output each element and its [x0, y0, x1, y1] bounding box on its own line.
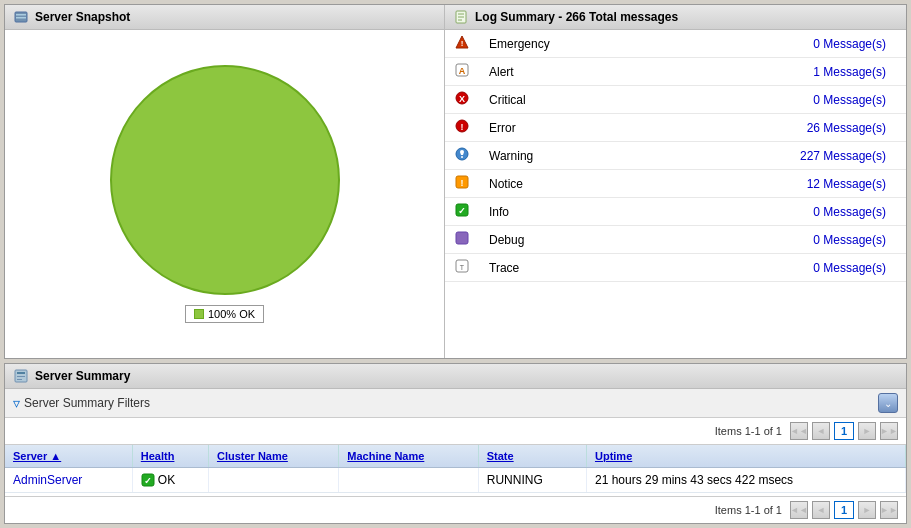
svg-text:!: ! [461, 178, 464, 188]
pie-legend: 100% OK [185, 305, 264, 323]
server-summary-content: ▿ Server Summary Filters ⌄ Items 1-1 of … [5, 389, 906, 523]
page-first-btn-bottom[interactable]: ◄◄ [790, 501, 808, 519]
svg-text:X: X [459, 94, 465, 104]
cell-uptime: 21 hours 29 mins 43 secs 422 msecs [586, 468, 905, 493]
snapshot-content: 100% OK [5, 30, 444, 358]
page-prev-btn-bottom[interactable]: ◄ [812, 501, 830, 519]
table-row: AdminServer ✓ OK RUNNING 21 hours 29 min… [5, 468, 906, 493]
log-table: ! Emergency 0 Message(s) A Alert 1 Messa… [445, 30, 906, 282]
server-link[interactable]: AdminServer [13, 473, 82, 487]
log-row: Debug 0 Message(s) [445, 226, 906, 254]
svg-text:A: A [459, 66, 466, 76]
col-uptime: Uptime [586, 445, 905, 468]
svg-rect-27 [17, 379, 22, 380]
svg-rect-26 [17, 376, 25, 377]
log-row: ! Error 26 Message(s) [445, 114, 906, 142]
filters-left: ▿ Server Summary Filters [13, 395, 150, 411]
svg-rect-2 [16, 17, 26, 19]
top-panel: Server Snapshot 100% OK [4, 4, 907, 359]
log-row: T Trace 0 Message(s) [445, 254, 906, 282]
server-summary-header: Server Summary [5, 364, 906, 389]
snapshot-title: Server Snapshot [35, 10, 130, 24]
svg-rect-21 [456, 232, 468, 244]
log-summary-title: Log Summary - 266 Total messages [475, 10, 678, 24]
svg-rect-25 [17, 372, 25, 374]
page-first-btn[interactable]: ◄◄ [790, 422, 808, 440]
server-icon [13, 9, 29, 25]
page-number-bottom[interactable]: 1 [834, 501, 854, 519]
col-server-link[interactable]: Server ▲ [13, 450, 61, 462]
snapshot-header: Server Snapshot [5, 5, 444, 30]
server-data-table: Server ▲ Health Cluster Name Machine Nam… [5, 445, 906, 493]
svg-text:✓: ✓ [458, 206, 466, 216]
col-health: Health [132, 445, 208, 468]
log-level-count[interactable]: 12 Message(s) [579, 170, 906, 198]
cell-server[interactable]: AdminServer [5, 468, 132, 493]
log-level-icon: X [445, 86, 479, 114]
cell-health: ✓ OK [132, 468, 208, 493]
log-level-icon: ! [445, 30, 479, 58]
log-icon [453, 9, 469, 25]
pagination-bar-top: Items 1-1 of 1 ◄◄ ◄ 1 ► ►► [5, 418, 906, 445]
log-level-count: 0 Message(s) [579, 198, 906, 226]
log-level-name: Info [479, 198, 579, 226]
log-level-icon: ! [445, 114, 479, 142]
log-header: Log Summary - 266 Total messages [445, 5, 906, 30]
log-level-name: Error [479, 114, 579, 142]
col-machine-link[interactable]: Machine Name [347, 450, 424, 462]
health-badge: ✓ OK [141, 473, 200, 487]
log-level-name: Warning [479, 142, 579, 170]
log-level-icon [445, 226, 479, 254]
pie-legend-label: 100% OK [208, 308, 255, 320]
summary-icon [13, 368, 29, 384]
col-machine-name: Machine Name [339, 445, 478, 468]
page-prev-btn[interactable]: ◄ [812, 422, 830, 440]
log-level-count: 0 Message(s) [579, 226, 906, 254]
log-level-count: 0 Message(s) [579, 30, 906, 58]
log-level-name: Notice [479, 170, 579, 198]
svg-text:!: ! [461, 122, 464, 132]
table-header: Server ▲ Health Cluster Name Machine Nam… [5, 445, 906, 468]
page-next-btn[interactable]: ► [858, 422, 876, 440]
col-state: State [478, 445, 586, 468]
log-row: X Critical 0 Message(s) [445, 86, 906, 114]
log-level-name: Emergency [479, 30, 579, 58]
col-health-link[interactable]: Health [141, 450, 175, 462]
page-last-btn-bottom[interactable]: ►► [880, 501, 898, 519]
log-row: A Alert 1 Message(s) [445, 58, 906, 86]
log-row: ✓ Info 0 Message(s) [445, 198, 906, 226]
log-level-count[interactable]: 1 Message(s) [579, 58, 906, 86]
bottom-panel: Server Summary ▿ Server Summary Filters … [4, 363, 907, 524]
col-state-link[interactable]: State [487, 450, 514, 462]
log-row: Warning 227 Message(s) [445, 142, 906, 170]
col-server: Server ▲ [5, 445, 132, 468]
log-row: ! Notice 12 Message(s) [445, 170, 906, 198]
log-level-count[interactable]: 26 Message(s) [579, 114, 906, 142]
svg-point-16 [461, 156, 463, 158]
log-level-icon [445, 142, 479, 170]
log-level-count: 0 Message(s) [579, 254, 906, 282]
log-level-count: 0 Message(s) [579, 86, 906, 114]
cell-cluster [208, 468, 338, 493]
col-uptime-link[interactable]: Uptime [595, 450, 632, 462]
page-number-top[interactable]: 1 [834, 422, 854, 440]
page-last-btn[interactable]: ►► [880, 422, 898, 440]
log-level-icon: T [445, 254, 479, 282]
log-level-name: Debug [479, 226, 579, 254]
log-level-name: Trace [479, 254, 579, 282]
log-content: ! Emergency 0 Message(s) A Alert 1 Messa… [445, 30, 906, 358]
svg-text:T: T [460, 264, 465, 271]
health-status: OK [158, 473, 175, 487]
table-body: AdminServer ✓ OK RUNNING 21 hours 29 min… [5, 468, 906, 493]
log-level-name: Alert [479, 58, 579, 86]
pagination-bar-bottom: Items 1-1 of 1 ◄◄ ◄ 1 ► ►► [5, 496, 906, 523]
pagination-info-bottom: Items 1-1 of 1 [715, 504, 782, 516]
log-level-name: Critical [479, 86, 579, 114]
collapse-button[interactable]: ⌄ [878, 393, 898, 413]
pagination-info-top: Items 1-1 of 1 [715, 425, 782, 437]
col-cluster-link[interactable]: Cluster Name [217, 450, 288, 462]
log-level-count[interactable]: 227 Message(s) [579, 142, 906, 170]
pie-circle [110, 65, 340, 295]
page-next-btn-bottom[interactable]: ► [858, 501, 876, 519]
table-header-row: Server ▲ Health Cluster Name Machine Nam… [5, 445, 906, 468]
